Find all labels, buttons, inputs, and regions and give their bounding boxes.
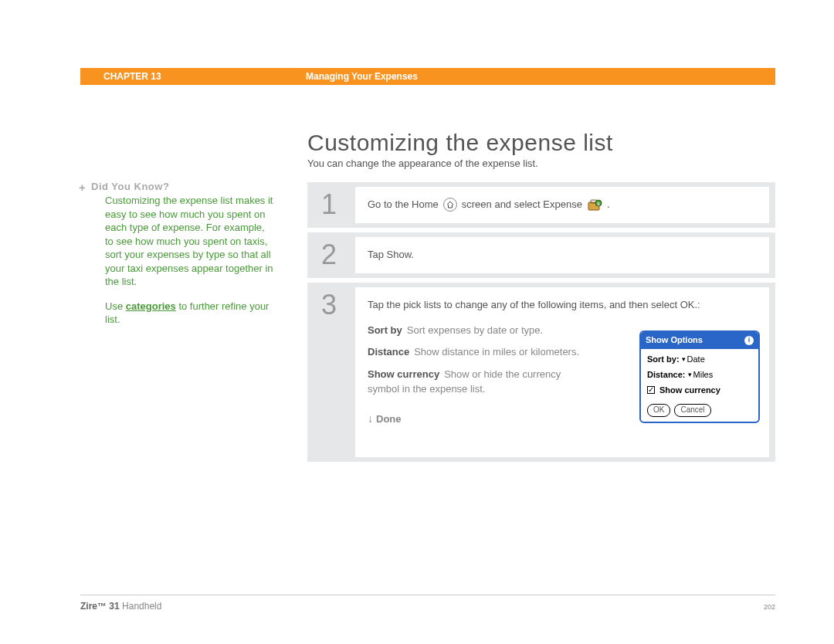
dialog-distance-row: Distance: Miles <box>647 369 752 381</box>
step1-mid: screen and select Expense <box>462 198 582 212</box>
dyk-label: Did You Know? <box>91 181 169 192</box>
option-sortby: Sort bySort expenses by date or type. <box>368 324 592 338</box>
did-you-know-heading: + Did You Know? <box>91 181 275 192</box>
step-number: 1 <box>307 182 355 228</box>
step3-lead: Tap the pick lists to change any of the … <box>368 298 757 313</box>
step-3: 3 Tap the pick lists to change any of th… <box>307 283 775 462</box>
option-showcurrency: Show currencyShow or hide the currency s… <box>368 368 592 397</box>
plus-icon: + <box>79 181 86 194</box>
page-intro: You can change the appearance of the exp… <box>307 158 538 169</box>
page-number: 202 <box>764 603 775 611</box>
footer-product: Zire™ 31 Handheld <box>80 601 161 612</box>
dialog-sortby-picklist[interactable]: Date <box>682 354 705 366</box>
product-name-rest: Handheld <box>120 601 162 612</box>
dyk-body: Customizing the expense list makes it ea… <box>105 194 275 289</box>
cancel-button[interactable]: Cancel <box>674 404 710 417</box>
dialog-distance-label: Distance: <box>647 369 686 381</box>
dialog-showcurrency-row: Show currency <box>647 385 752 397</box>
footer-divider <box>80 595 775 595</box>
chapter-header: CHAPTER 13 Managing Your Expenses <box>80 68 775 85</box>
step-body: Go to the Home screen and select Expense… <box>355 187 769 223</box>
ok-button[interactable]: OK <box>647 404 670 417</box>
steps-list: 1 Go to the Home screen and select Expen… <box>307 182 775 466</box>
categories-link[interactable]: categories <box>126 300 176 312</box>
dialog-body: Sort by: Date Distance: Miles Show curre… <box>641 349 758 405</box>
dialog-distance-picklist[interactable]: Miles <box>688 369 714 381</box>
tip-prefix: Use <box>105 300 126 312</box>
opt-sortby-label: Sort by <box>368 324 402 336</box>
dialog-sortby-row: Sort by: Date <box>647 354 752 366</box>
section-label: Managing Your Expenses <box>306 71 418 82</box>
option-distance: DistanceShow distance in miles or kilome… <box>368 345 592 360</box>
step-body: Tap the pick lists to change any of the … <box>355 287 769 457</box>
step1-post: . <box>607 198 610 212</box>
dyk-text: Customizing the expense list makes it ea… <box>105 195 273 287</box>
product-name-bold: Zire™ 31 <box>80 601 120 612</box>
sidebar-tip: + Did You Know? Customizing the expense … <box>91 181 275 327</box>
opt-showcur-label: Show currency <box>368 368 439 380</box>
dialog-showcur-label: Show currency <box>659 385 720 397</box>
step-1: 1 Go to the Home screen and select Expen… <box>307 182 775 228</box>
show-options-dialog: Show Options i Sort by: Date Distance: M… <box>639 330 760 423</box>
expense-icon: $ <box>587 198 602 212</box>
opt-distance-label: Distance <box>368 346 409 358</box>
dialog-title: Show Options <box>646 334 703 347</box>
dyk-tip: Use categories to further refine your li… <box>105 300 275 327</box>
dialog-titlebar: Show Options i <box>641 332 758 349</box>
done-label: Done <box>376 413 402 425</box>
opt-sortby-desc: Sort expenses by date or type. <box>407 324 543 336</box>
opt-distance-desc: Show distance in miles or kilometers. <box>414 346 579 358</box>
chapter-label: CHAPTER 13 <box>103 71 161 82</box>
info-icon[interactable]: i <box>744 336 754 345</box>
step1-pre: Go to the Home <box>368 198 439 212</box>
dialog-sortby-label: Sort by: <box>647 354 680 366</box>
home-icon <box>443 198 457 212</box>
step-number: 2 <box>307 232 355 278</box>
checkbox-icon[interactable] <box>647 386 655 394</box>
down-arrow-icon: ↓ <box>368 411 373 426</box>
dialog-buttons: OK Cancel <box>641 404 758 422</box>
page-title: Customizing the expense list <box>307 130 613 156</box>
step-number: 3 <box>307 283 355 462</box>
step-body: Tap Show. <box>355 237 769 273</box>
step-2: 2 Tap Show. <box>307 232 775 278</box>
